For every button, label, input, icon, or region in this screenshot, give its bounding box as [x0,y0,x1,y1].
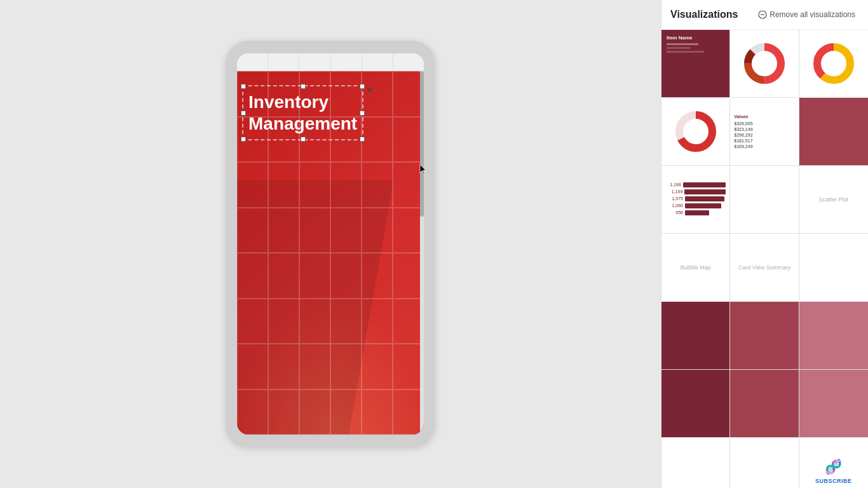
viz-cell-empty-7a[interactable] [661,438,730,488]
viz-cell-bubble-map[interactable]: Bubble Map [661,234,730,301]
bar [685,196,724,201]
close-icon[interactable]: ✕ [366,85,374,96]
table-header: Values [734,114,794,119]
bar-row: 1,060 [665,203,726,208]
viz-row-4: Bubble Map Card View Summary [661,234,868,302]
viz-cell-donut-red-small[interactable] [661,98,730,165]
viz-cell-card-view[interactable]: Card View Summary [730,234,799,301]
phone-top-bar [237,53,424,71]
inventory-text-block[interactable]: ✕ Inventory Management [242,85,363,140]
bar [684,189,726,194]
viz-cell-solid-dark-2[interactable] [661,370,730,437]
top-bar-col [299,53,330,71]
viz-cell-solid-pink-2[interactable] [799,370,868,437]
donut-chart-yellow [811,41,857,86]
viz-cell-donut-yellow[interactable] [799,30,868,97]
phone-scrollbar[interactable] [420,71,424,435]
selection-handle-tm [301,84,306,89]
table-row: $181,517 [734,139,794,143]
selection-handle-br [360,137,365,142]
table-row: $323,149 [734,127,794,132]
bar [685,210,709,215]
remove-icon [758,10,767,19]
bar-row: 1,188 [665,182,726,187]
viz-cell-bar-chart[interactable]: 1,188 1,169 1,075 1,060 [661,166,730,233]
donut-chart-orange [742,41,787,86]
viz-row-7: 🧬 SUBSCRIBE [661,438,868,488]
bar-row: 1,169 [665,189,726,194]
viz-grid: Item Name [661,30,868,488]
viz-cell-empty-4[interactable] [799,234,868,301]
phone-screen: ✕ Inventory Management [237,53,424,435]
viz-row-5 [661,302,868,370]
selection-handle-tr [360,84,365,89]
viz-cell-subscribe[interactable]: 🧬 SUBSCRIBE [799,438,868,488]
dna-icon: 🧬 [825,459,842,475]
viz-cell-scatter[interactable]: Scatter Plot [799,166,868,233]
subscribe-content: 🧬 SUBSCRIBE [815,459,852,484]
table-row: $296,292 [734,133,794,137]
viz-row-2: Values $326,005 $323,149 $296,292 $181,5… [661,98,868,166]
scrollbar-thumb [420,71,424,217]
card-view-label: Card View Summary [738,264,790,271]
selection-handle-ml [241,111,246,116]
bar [683,182,726,187]
inventory-title-line1: Inventory [248,92,357,113]
item-name-bar2 [667,47,690,49]
bubble-map-label: Bubble Map [681,264,711,271]
viz-row-1: Item Name [661,30,868,98]
table-row: $326,005 [734,121,794,126]
right-panel: Visualizations Remove all visualizations… [661,0,868,488]
item-name-bar3 [667,51,704,53]
top-bar-col [268,53,299,71]
panel-title: Visualizations [670,9,738,20]
item-name-label: Item Name [667,35,724,41]
inventory-title-line2: Management [248,113,357,135]
viz-cell-solid-med-1[interactable] [730,302,799,369]
viz-cell-donut-orange[interactable] [730,30,799,97]
phone-mockup: ✕ Inventory Management [226,41,435,447]
viz-row-3: 1,188 1,169 1,075 1,060 [661,166,868,234]
top-bar-col [331,53,362,71]
bar [685,203,721,208]
top-bar-col [237,53,268,71]
svg-point-6 [754,53,775,74]
svg-point-12 [686,121,706,142]
donut-chart-red-small [673,109,719,154]
selection-handle-mr [360,111,365,116]
visualizations-header: Visualizations Remove all visualizations [661,0,868,30]
viz-cell-empty-2[interactable] [730,166,799,233]
remove-all-label: Remove all visualizations [770,10,855,19]
subscribe-label: SUBSCRIBE [815,478,852,484]
viz-cell-solid-med-2[interactable] [730,370,799,437]
viz-cell-item-name[interactable]: Item Name [661,30,730,97]
selection-handle-tl [241,84,246,89]
canvas-area: ✕ Inventory Management [0,0,661,488]
viz-cell-table[interactable]: Values $326,005 $323,149 $296,292 $181,5… [730,98,799,165]
selection-handle-bm [301,137,306,142]
item-name-bar [667,43,698,45]
selection-handle-bl [241,137,246,142]
bar-row: 1,075 [665,196,726,201]
svg-point-9 [824,53,844,74]
phone-content: ✕ Inventory Management [237,71,424,435]
top-bar-col [362,53,393,71]
scatter-plot-label: Scatter Plot [819,196,849,203]
viz-row-6 [661,370,868,438]
table-row: $169,249 [734,144,794,149]
viz-cell-solid-medium[interactable] [799,98,868,165]
bar-row: 956 [665,210,726,215]
viz-cell-solid-pink-1[interactable] [799,302,868,369]
remove-all-button[interactable]: Remove all visualizations [754,8,859,22]
top-bar-col [393,53,424,71]
viz-cell-empty-7b[interactable] [730,438,799,488]
viz-cell-solid-dark-1[interactable] [661,302,730,369]
